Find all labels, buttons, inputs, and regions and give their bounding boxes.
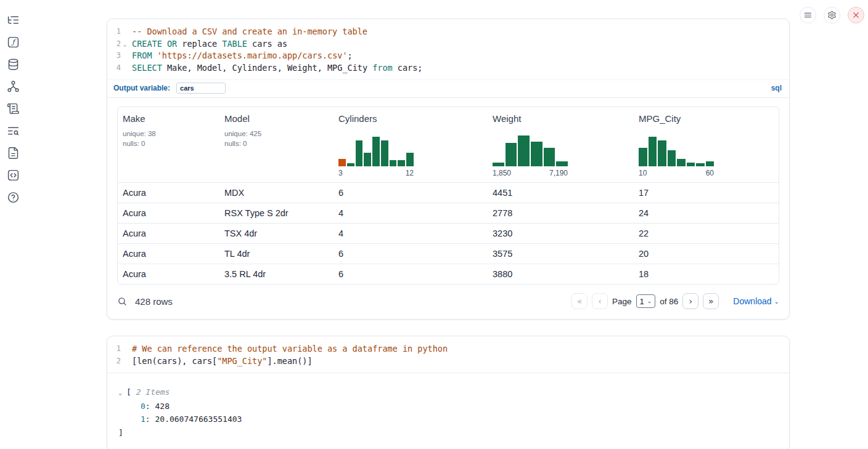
table-cell[interactable]: Acura (118, 244, 219, 264)
table-cell[interactable]: 3.5 RL 4dr (219, 264, 334, 285)
histogram-bar[interactable] (544, 148, 555, 166)
histogram-bar[interactable] (347, 163, 354, 166)
code-line[interactable]: 1# We can reference the output variable … (107, 343, 789, 355)
first-page-button[interactable]: « (571, 293, 588, 309)
table-cell[interactable]: 3575 (488, 244, 634, 264)
fold-chevron-icon[interactable]: ⌄ (121, 38, 129, 51)
tree-entry[interactable]: 0: 428 (118, 400, 779, 413)
token-keyword: CREATE (132, 39, 162, 49)
shutdown-button[interactable] (848, 7, 864, 23)
histogram-bar[interactable] (556, 161, 568, 166)
histogram-bar[interactable] (406, 153, 414, 166)
code-line[interactable]: 4SELECT Make, Model, Cylinders, Weight, … (107, 62, 789, 75)
collapse-chevron-icon[interactable]: ⌄ (118, 386, 126, 400)
histogram-bar[interactable] (706, 161, 714, 166)
settings-button[interactable] (824, 7, 840, 23)
table-cell[interactable]: Acura (118, 183, 219, 203)
panel-sidebar: ƒ (6, 13, 20, 204)
table-cell[interactable]: TL 4dr (219, 244, 334, 264)
search-button[interactable] (117, 296, 128, 307)
python-code-editor[interactable]: 1# We can reference the output variable … (107, 336, 789, 373)
table-cell[interactable]: 6 (334, 264, 488, 285)
datasources-icon[interactable] (6, 57, 20, 71)
documentation-icon[interactable] (6, 146, 20, 160)
line-number: 4 (107, 62, 121, 75)
snippets-icon[interactable] (6, 168, 20, 182)
download-button[interactable]: Download ⌄ (733, 296, 779, 306)
histogram-min-label: 3 (338, 169, 343, 177)
histogram-bar[interactable] (696, 163, 705, 166)
table-cell[interactable]: 4451 (488, 183, 634, 203)
table-cell[interactable]: 17 (634, 183, 779, 203)
histogram-bar[interactable] (677, 159, 686, 166)
table-cell[interactable]: RSX Type S 2dr (219, 203, 334, 224)
table-cell[interactable]: 3880 (488, 264, 634, 285)
histogram-bar[interactable] (493, 163, 504, 166)
histogram-bar[interactable] (356, 140, 363, 166)
table-cell[interactable]: 24 (634, 203, 779, 224)
tracebacks-icon[interactable] (6, 124, 20, 137)
column-header[interactable]: Makeunique: 38nulls: 0 (118, 107, 219, 183)
histogram-bar[interactable] (687, 163, 695, 166)
histogram-bar[interactable] (372, 137, 380, 166)
table-row[interactable]: AcuraTSX 4dr4323022 (118, 224, 779, 244)
column-header[interactable]: MPG_City1060 (634, 107, 779, 183)
table-cell[interactable]: 22 (634, 224, 779, 244)
logs-icon[interactable] (6, 102, 20, 115)
code-line[interactable]: 1-- Download a CSV and create an in-memo… (107, 26, 789, 38)
tree-entry[interactable]: 1: 20.060747663551403 (118, 413, 779, 426)
table-cell[interactable]: 6 (334, 183, 488, 203)
table-cell[interactable]: 3230 (488, 224, 634, 244)
histogram-bar[interactable] (381, 140, 388, 166)
histogram-bar[interactable] (390, 160, 397, 166)
histogram-bar[interactable] (364, 153, 371, 166)
token-plain: ].mean()] (267, 356, 312, 366)
output-variable-input[interactable] (176, 83, 226, 94)
items-count-label: 2 Items (136, 387, 170, 397)
token-string: 'https://datasets.marimo.app/cars.csv' (157, 51, 348, 60)
histogram-bar[interactable] (506, 143, 517, 166)
dependency-graph-icon[interactable] (6, 79, 20, 93)
column-header[interactable]: Weight1,8507,190 (488, 107, 634, 183)
functions-icon[interactable]: ƒ (6, 35, 20, 49)
code-line[interactable]: 2⌄CREATE OR replace TABLE cars as (107, 38, 789, 51)
tree-entry-value: 428 (155, 402, 169, 411)
table-cell[interactable]: Acura (118, 264, 219, 285)
histogram-bar[interactable] (518, 136, 530, 166)
table-cell[interactable]: 4 (334, 224, 488, 244)
table-cell[interactable]: MDX (219, 183, 334, 203)
table-cell[interactable]: 18 (634, 264, 779, 285)
table-cell[interactable]: Acura (118, 203, 219, 224)
table-cell[interactable]: 6 (334, 244, 488, 264)
help-icon[interactable] (6, 190, 20, 204)
menu-button[interactable] (800, 7, 816, 23)
table-cell[interactable]: Acura (118, 224, 219, 244)
table-cell[interactable]: 4 (334, 203, 488, 224)
histogram-bar[interactable] (338, 159, 346, 166)
table-row[interactable]: Acura3.5 RL 4dr6388018 (118, 264, 779, 285)
next-page-button[interactable]: › (682, 293, 698, 309)
code-line[interactable]: 3FROM 'https://datasets.marimo.app/cars.… (107, 50, 789, 62)
table-row[interactable]: AcuraMDX6445117 (118, 183, 779, 203)
last-page-button[interactable]: » (703, 293, 719, 309)
histogram-bar[interactable] (531, 142, 542, 166)
column-header[interactable]: Cylinders312 (334, 107, 488, 183)
table-row[interactable]: AcuraRSX Type S 2dr4277824 (118, 203, 779, 224)
table-cell[interactable]: 2778 (488, 203, 634, 224)
table-cell[interactable]: 20 (634, 244, 779, 264)
histogram-range-labels: 1060 (639, 169, 714, 177)
histogram-bar[interactable] (639, 148, 647, 166)
table-cell[interactable]: TSX 4dr (219, 224, 334, 244)
histogram-bar[interactable] (658, 140, 666, 166)
table-body: AcuraMDX6445117AcuraRSX Type S 2dr427782… (118, 183, 779, 285)
code-line[interactable]: 2[len(cars), cars["MPG_City"].mean()] (107, 355, 789, 368)
histogram-bar[interactable] (668, 150, 676, 166)
prev-page-button[interactable]: ‹ (592, 293, 608, 309)
histogram-bar[interactable] (398, 160, 405, 166)
outline-icon[interactable] (6, 13, 20, 26)
table-row[interactable]: AcuraTL 4dr6357520 (118, 244, 779, 264)
histogram-bar[interactable] (649, 137, 657, 166)
column-header[interactable]: Modelunique: 425nulls: 0 (219, 107, 334, 183)
page-select[interactable]: 1 ⌄ (636, 294, 656, 308)
sql-code-editor[interactable]: 1-- Download a CSV and create an in-memo… (107, 19, 789, 79)
